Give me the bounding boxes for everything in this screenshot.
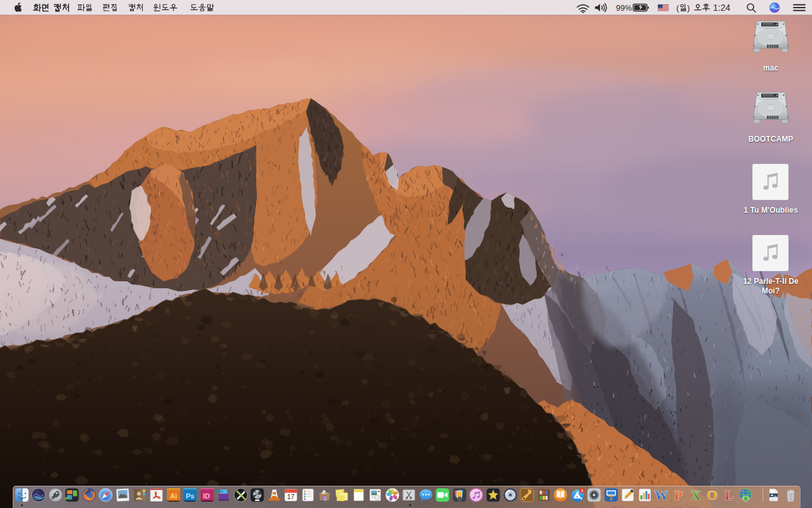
svg-text:Pages: Pages — [344, 490, 349, 493]
svg-text:Ai: Ai — [170, 492, 177, 500]
svg-text:1:24: 1:24 — [713, 3, 730, 13]
svg-text:ID: ID — [203, 492, 210, 500]
svg-text:L: L — [724, 488, 734, 502]
svg-text:99%: 99% — [616, 4, 632, 13]
svg-text:Q: Q — [324, 496, 327, 501]
svg-text:W: W — [655, 488, 669, 502]
svg-text:17: 17 — [287, 493, 295, 500]
svg-text:P: P — [674, 488, 683, 502]
svg-text:): ) — [687, 3, 690, 13]
svg-text:X: X — [690, 488, 700, 502]
svg-text:O: O — [707, 488, 717, 502]
svg-text:Ps: Ps — [186, 492, 194, 500]
svg-text:(: ( — [676, 3, 679, 13]
svg-text:4: 4 — [580, 488, 583, 493]
